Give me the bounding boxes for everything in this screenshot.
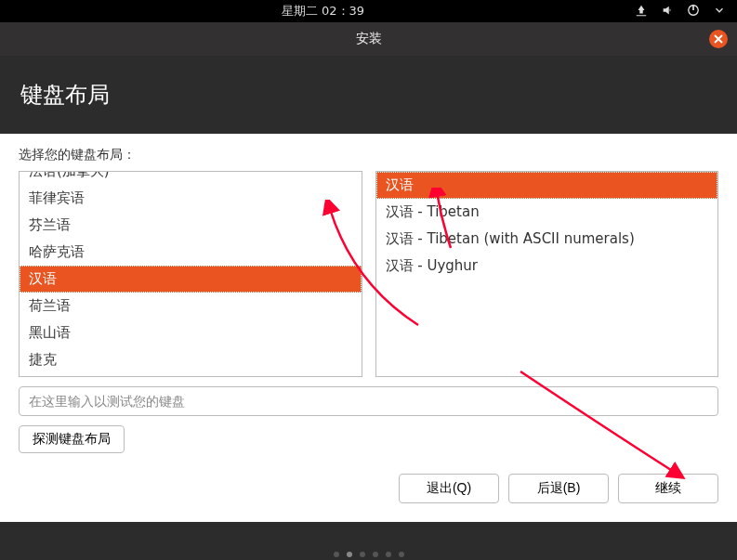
quit-button[interactable]: 退出(Q) [399,474,499,503]
volume-icon[interactable] [661,4,674,20]
system-topbar: 星期二 02：39 [0,0,737,22]
list-item[interactable]: 荷兰语 [20,293,362,319]
list-item[interactable]: 哈萨克语 [20,239,362,266]
back-button[interactable]: 后退(B) [508,474,609,503]
list-item[interactable]: 芬兰语 [20,212,362,239]
list-item[interactable]: 黑山语 [20,319,362,346]
list-item[interactable]: 汉语 - Uyghur [376,253,718,280]
list-item[interactable]: 汉语 - Tibetan (with ASCII numerals) [376,226,718,253]
list-item[interactable]: 法语(加拿大) [20,171,362,185]
content-area: 选择您的键盘布局： 法语(加拿大)菲律宾语芬兰语哈萨克语汉语荷兰语黑山语捷克柯尔… [0,134,737,522]
datetime: 星期二 02：39 [11,3,635,20]
list-item[interactable]: 汉语 [20,266,362,293]
detect-layout-button[interactable]: 探测键盘布局 [19,425,125,453]
chevron-down-icon[interactable] [713,4,726,20]
list-item[interactable]: 捷克 [20,346,362,373]
list-item[interactable]: 汉语 - Tibetan [376,199,718,226]
window-titlebar: 安装 [0,22,737,56]
system-indicators[interactable] [635,4,726,20]
continue-button[interactable]: 继续 [618,474,718,503]
variant-list[interactable]: 汉语汉语 - Tibetan汉语 - Tibetan (with ASCII n… [375,171,719,377]
list-item[interactable]: 汉语 [376,172,718,199]
page-heading: 键盘布局 [0,56,737,134]
list-item[interactable]: 柯尔克孜语(吉尔吉斯语) [20,373,362,377]
close-icon [714,34,723,44]
svg-rect-0 [692,4,693,9]
keyboard-test-input[interactable] [19,386,718,416]
page-indicator-dots [334,552,404,557]
window-close-button[interactable] [709,30,728,48]
power-icon[interactable] [687,4,700,20]
prompt-label: 选择您的键盘布局： [19,147,718,163]
language-list[interactable]: 法语(加拿大)菲律宾语芬兰语哈萨克语汉语荷兰语黑山语捷克柯尔克孜语(吉尔吉斯语) [19,171,362,377]
list-item[interactable]: 菲律宾语 [20,185,362,212]
window-title: 安装 [356,31,382,47]
network-icon[interactable] [635,4,648,20]
